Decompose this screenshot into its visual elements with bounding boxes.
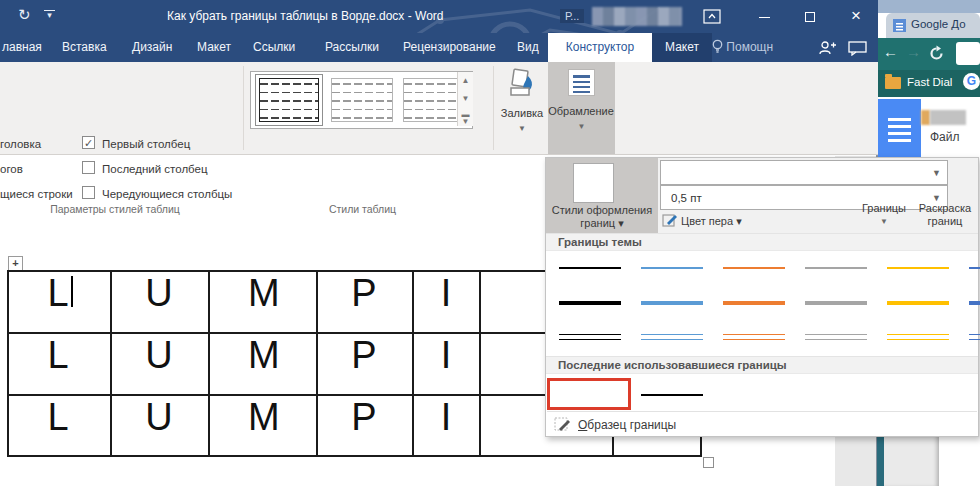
theme-border-swatch[interactable] xyxy=(969,301,980,305)
banded-columns-label[interactable]: Чередующиеся столбцы xyxy=(102,188,232,200)
borders-menu-arrow: ▼ xyxy=(856,217,912,226)
tab-insert[interactable]: Вставка xyxy=(62,33,107,62)
group-label-table-styles: Стили таблиц xyxy=(280,203,445,215)
browser-tab[interactable]: Google До xyxy=(886,13,980,38)
table-move-handle[interactable]: + xyxy=(8,256,23,271)
table-cell-letter[interactable]: M xyxy=(248,396,276,439)
tab-home[interactable]: лавная xyxy=(2,33,42,62)
table-border-vertical xyxy=(208,270,210,456)
tab-references[interactable]: Ссылки xyxy=(253,33,295,62)
option-banded-rows-label[interactable]: щиеся строки xyxy=(0,188,73,200)
border-painter-button[interactable]: Раскраска границ xyxy=(912,158,978,233)
google-docs-icon xyxy=(878,99,921,157)
borders-dropdown-arrow: ▼ xyxy=(548,122,615,131)
theme-border-swatch[interactable] xyxy=(723,301,785,305)
table-cell-letter[interactable]: L xyxy=(44,396,72,439)
checkbox-first-column[interactable]: ✓ xyxy=(82,136,95,149)
browser-bottom-page xyxy=(939,437,980,486)
docs-file-menu[interactable]: Файл xyxy=(930,130,960,144)
table-cell-letter[interactable]: U xyxy=(145,396,173,439)
back-icon[interactable]: ← xyxy=(883,43,898,60)
theme-border-swatch[interactable] xyxy=(723,267,785,269)
table-cell-letter[interactable]: I xyxy=(432,334,460,377)
theme-border-swatch[interactable] xyxy=(969,267,980,269)
theme-border-swatch[interactable] xyxy=(641,301,703,305)
redo-icon[interactable]: ↻ xyxy=(18,6,31,24)
first-column-label[interactable]: Первый столбец xyxy=(102,138,190,150)
table-cell-letter[interactable]: L xyxy=(44,334,72,377)
tab-table-layout[interactable]: Макет xyxy=(652,33,712,62)
theme-border-swatch[interactable] xyxy=(723,334,785,340)
gallery-scroll-up-icon[interactable]: ▲ xyxy=(457,72,473,90)
table-style-thumbnail[interactable] xyxy=(403,78,465,122)
tell-me-help[interactable]: Помощн xyxy=(712,33,773,62)
theme-border-swatch[interactable] xyxy=(641,267,703,269)
theme-border-swatch[interactable] xyxy=(559,334,621,340)
border-styles-label-2: границ ▾ xyxy=(546,217,658,230)
theme-border-swatch[interactable] xyxy=(559,301,621,305)
table-cell-letter[interactable]: P xyxy=(350,396,378,439)
table-cell-letter[interactable]: I xyxy=(432,396,460,439)
theme-border-swatch[interactable] xyxy=(887,267,949,269)
reload-icon[interactable] xyxy=(928,45,945,62)
theme-border-swatch[interactable] xyxy=(805,267,867,269)
border-styles-split-button[interactable]: Стили оформления границ ▾ xyxy=(546,158,658,233)
table-cell-letter[interactable]: P xyxy=(350,272,378,315)
forward-icon[interactable]: → xyxy=(906,43,921,60)
minimize-button[interactable] xyxy=(748,0,780,32)
theme-borders-header: Границы темы xyxy=(546,233,978,251)
maximize-button[interactable] xyxy=(794,0,826,32)
window-title: Как убрать границы таблицы в Ворде.docx … xyxy=(167,9,443,23)
option-header-row-label[interactable]: головка xyxy=(0,138,41,150)
tab-design[interactable]: Дизайн xyxy=(132,33,172,62)
table-cell-letter[interactable]: I xyxy=(432,272,460,315)
annotation-highlight-no-border-swatch[interactable] xyxy=(547,378,631,410)
table-cell-letter[interactable]: U xyxy=(145,272,173,315)
theme-border-swatch[interactable] xyxy=(887,301,949,305)
checkbox-last-column[interactable] xyxy=(82,161,95,174)
recent-border-swatch-thin-black[interactable] xyxy=(641,394,703,396)
tab-review[interactable]: Рецензирование xyxy=(403,33,496,62)
theme-border-swatch[interactable] xyxy=(805,334,867,340)
borders-lines-icon xyxy=(568,69,595,96)
table-style-thumbnail-selected[interactable] xyxy=(255,74,323,126)
theme-border-swatch[interactable] xyxy=(559,267,621,269)
pen-color-button[interactable]: Цвет пера ▾ xyxy=(662,211,742,231)
border-sampler-menu-item[interactable]: Образец границы xyxy=(546,413,978,437)
browser-tab-title: Google До xyxy=(911,18,966,30)
shading-button[interactable]: Заливка ▼ xyxy=(497,64,547,152)
ribbon-display-options-icon[interactable] xyxy=(703,9,721,25)
comment-icon[interactable] xyxy=(848,41,867,56)
quick-access-customize-icon[interactable]: ▾ xyxy=(44,10,55,20)
option-total-row-label[interactable]: огов xyxy=(0,163,23,175)
table-cell-letter[interactable]: M xyxy=(248,334,276,377)
table-cell-letter[interactable]: U xyxy=(145,334,173,377)
table-cell-letter[interactable]: M xyxy=(248,272,276,315)
border-styles-label-1: Стили оформления xyxy=(546,204,658,216)
table-style-thumbnail[interactable] xyxy=(331,78,393,122)
table-styles-gallery: ▲ ▼ ▬▼ xyxy=(250,71,473,129)
borders-group-button-pressed[interactable]: Обрамление ▼ xyxy=(548,62,615,154)
theme-border-swatch[interactable] xyxy=(641,334,703,340)
table-resize-handle[interactable] xyxy=(703,457,714,468)
table-cell-letter[interactable]: L xyxy=(44,272,72,315)
checkbox-banded-columns[interactable] xyxy=(82,186,95,199)
bookmark-fast-dial[interactable]: Fast Dial xyxy=(907,76,952,88)
help-label: Помощн xyxy=(726,40,773,54)
address-bar[interactable] xyxy=(956,42,980,65)
gallery-scroll-down-icon[interactable]: ▼ xyxy=(457,90,473,108)
tab-table-design-active[interactable]: Конструктор xyxy=(548,33,652,62)
theme-border-swatch[interactable] xyxy=(887,334,949,340)
theme-border-swatch[interactable] xyxy=(969,334,980,340)
tab-layout[interactable]: Макет xyxy=(197,33,231,62)
gallery-more-icon[interactable]: ▬▼ xyxy=(457,108,473,126)
share-person-icon[interactable] xyxy=(818,40,836,56)
theme-border-swatch[interactable] xyxy=(805,301,867,305)
last-column-label[interactable]: Последний столбец xyxy=(102,163,208,175)
google-icon[interactable]: G xyxy=(963,73,980,90)
close-button[interactable]: × xyxy=(840,0,872,32)
tab-mailings[interactable]: Рассылки xyxy=(325,33,379,62)
borders-menu-button[interactable]: Границы ▼ xyxy=(856,158,912,233)
table-cell-letter[interactable]: P xyxy=(350,334,378,377)
tab-view[interactable]: Вид xyxy=(517,33,539,62)
